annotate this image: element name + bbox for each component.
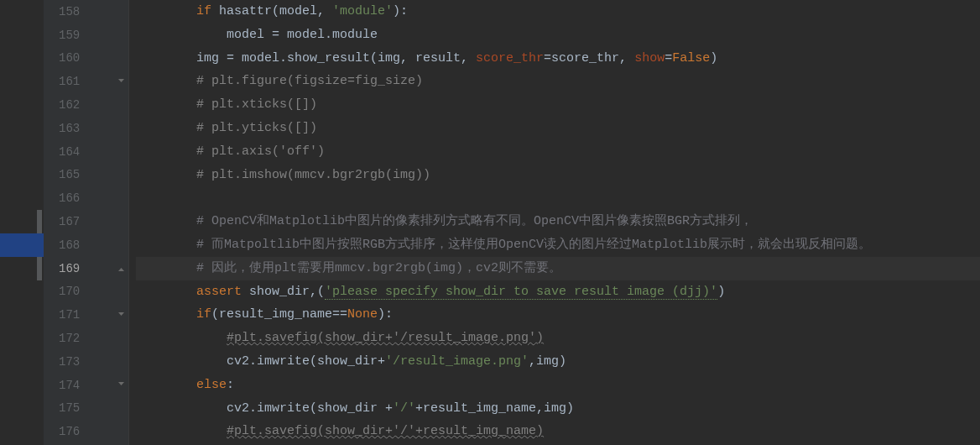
line-number: 169	[59, 262, 89, 275]
code-token: model = model.module	[227, 28, 378, 42]
line-number: 170	[59, 285, 89, 298]
code-token: :	[227, 378, 234, 392]
code-line[interactable]: #plt.savefig(show_dir+'/'+result_img_nam…	[136, 420, 980, 443]
indent	[136, 144, 196, 159]
line-number: 174	[59, 379, 89, 392]
indent	[136, 121, 196, 135]
code-line[interactable]: # plt.xticks([])	[136, 93, 980, 117]
gutter-row[interactable]: 158	[44, 0, 128, 24]
code-line[interactable]: # plt.figure(figsize=fig_size)	[136, 70, 980, 93]
code-line[interactable]: cv2.imwrite(show_dir+'/result_image.png'…	[136, 350, 980, 374]
code-line[interactable]: model = model.module	[136, 24, 980, 47]
gutter-row[interactable]: 173	[44, 350, 128, 374]
code-line[interactable]	[136, 186, 980, 210]
code-token: if	[196, 4, 219, 18]
indent	[136, 331, 227, 345]
fold-open-icon[interactable]	[117, 311, 125, 319]
gutter-row[interactable]: 162	[44, 93, 128, 117]
code-token: # plt.imshow(mmcv.bgr2rgb(img))	[196, 168, 430, 182]
indent	[136, 378, 196, 392]
indent	[136, 354, 227, 369]
code-token: +result_img_name,img)	[415, 401, 574, 416]
code-token: =score_thr,	[544, 51, 634, 65]
indent	[136, 285, 196, 299]
fold-open-icon[interactable]	[117, 77, 125, 86]
code-token: ):	[378, 307, 393, 322]
code-line[interactable]: img = model.show_result(img, result, sco…	[136, 47, 980, 71]
indent	[136, 4, 196, 18]
line-number: 167	[59, 215, 89, 228]
code-line[interactable]: # 而Matpoltlib中图片按照RGB方式排序，这样使用OpenCV读入的图…	[136, 233, 980, 257]
line-number: 164	[59, 145, 89, 159]
fold-close-icon[interactable]	[117, 264, 125, 273]
code-token: )	[710, 51, 717, 65]
code-token: # plt.axis('off')	[196, 144, 325, 159]
gutter-row[interactable]: 168	[44, 233, 128, 257]
indent	[136, 424, 227, 438]
gutter-row[interactable]: 176	[44, 420, 128, 443]
gutter-row[interactable]: 166	[44, 186, 128, 210]
code-token: score_thr	[476, 51, 544, 65]
gutter-row[interactable]: 165	[44, 164, 128, 187]
line-number: 173	[59, 355, 89, 369]
line-number: 161	[59, 75, 89, 88]
gutter-row[interactable]: 171	[44, 303, 128, 327]
code-token: cv2.imwrite(show_dir +	[227, 401, 393, 416]
code-token: )	[717, 285, 725, 299]
gutter-row[interactable]: 159	[44, 24, 128, 47]
code-token: False	[672, 51, 710, 65]
code-token: else	[196, 378, 227, 392]
gutter-row[interactable]: 175	[44, 397, 128, 421]
line-number: 176	[59, 425, 89, 438]
gutter-row[interactable]: 169	[44, 257, 128, 280]
code-line[interactable]: # plt.yticks([])	[136, 117, 980, 140]
code-line[interactable]: #plt.savefig(show_dir+'/result_image.png…	[136, 327, 980, 350]
line-number: 166	[59, 191, 89, 205]
line-number: 163	[59, 122, 89, 135]
gutter-row[interactable]: 172	[44, 327, 128, 350]
code-line[interactable]: else:	[136, 374, 980, 397]
gutter-row[interactable]: 163	[44, 117, 128, 140]
code-line[interactable]: # plt.imshow(mmcv.bgr2rgb(img))	[136, 164, 980, 187]
code-token: ,img)	[529, 354, 566, 369]
line-number: 158	[59, 5, 89, 18]
gutter-row[interactable]: 164	[44, 140, 128, 164]
indent	[136, 214, 196, 228]
indent	[136, 28, 227, 42]
indent	[136, 307, 196, 322]
code-token: # 而Matpoltlib中图片按照RGB方式排序，这样使用OpenCV读入的图…	[196, 238, 871, 252]
line-number: 168	[59, 238, 89, 252]
code-token: show_dir,(	[249, 285, 325, 299]
code-token: '/result_image.png'	[385, 354, 529, 369]
code-token: hasattr(model,	[219, 4, 332, 18]
code-token: if	[196, 307, 211, 322]
code-line[interactable]: # 因此，使用plt需要用mmcv.bgr2rgb(img)，cv2则不需要。	[136, 257, 980, 280]
indent	[136, 261, 196, 275]
gutter-row[interactable]: 170	[44, 280, 128, 304]
code-token: None	[347, 307, 378, 322]
indent	[136, 238, 196, 252]
gutter-row[interactable]: 161	[44, 70, 128, 93]
code-line[interactable]: if hasattr(model, 'module'):	[136, 0, 980, 24]
indent	[136, 401, 227, 416]
indent	[136, 168, 196, 182]
code-line[interactable]: if(result_img_name==None):	[136, 303, 980, 327]
code-line[interactable]: cv2.imwrite(show_dir +'/'+result_img_nam…	[136, 397, 980, 421]
code-line[interactable]: # OpenCV和Matplotlib中图片的像素排列方式略有不同。OpenCV…	[136, 210, 980, 233]
gutter: 1581591601611621631641651661671681691701…	[44, 0, 129, 445]
code-line[interactable]: assert show_dir,('please specify show_di…	[136, 280, 980, 304]
line-number: 175	[59, 401, 89, 415]
code-line[interactable]: # plt.axis('off')	[136, 140, 980, 164]
code-token: # plt.figure(figsize=fig_size)	[196, 74, 423, 88]
left-margin	[0, 0, 44, 445]
fold-open-icon[interactable]	[117, 381, 125, 390]
selection-highlight	[0, 233, 44, 257]
gutter-row[interactable]: 160	[44, 47, 128, 71]
code-token: ):	[393, 4, 408, 18]
code-token: 'module'	[332, 4, 393, 18]
line-number: 162	[59, 98, 89, 112]
line-number: 172	[59, 332, 89, 345]
code-editor[interactable]: if hasattr(model, 'module'): model = mod…	[129, 0, 980, 445]
gutter-row[interactable]: 167	[44, 210, 128, 233]
gutter-row[interactable]: 174	[44, 374, 128, 397]
